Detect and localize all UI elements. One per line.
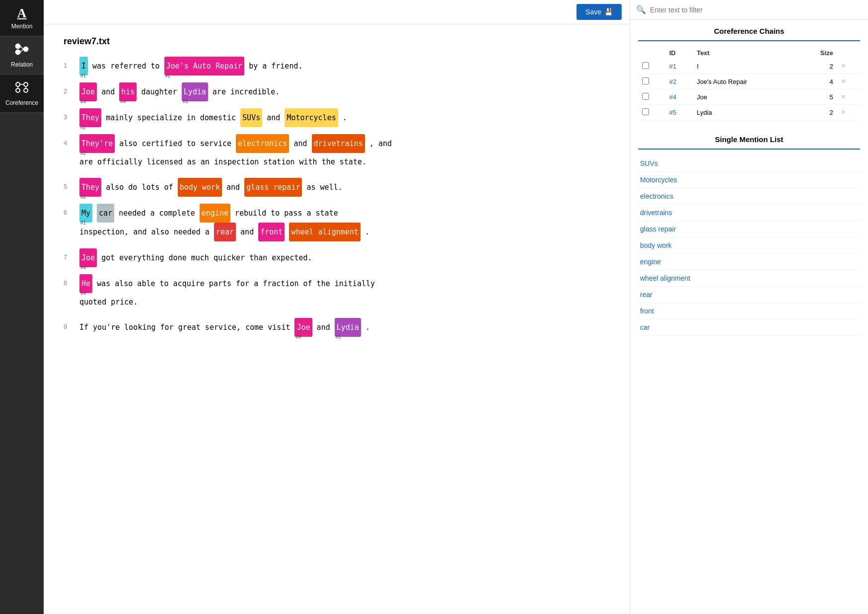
mention-electronics-4[interactable]: electronics: [236, 134, 289, 153]
sent-num-8: 8: [64, 276, 79, 291]
list-item[interactable]: SUVs: [638, 155, 860, 172]
delete-button[interactable]: ×: [841, 62, 846, 71]
sentence-1: 1 I#1 was referred to Joe's Auto Repair#…: [64, 57, 610, 76]
text-node: .: [343, 113, 347, 122]
mention-joe-7[interactable]: Joe#4: [79, 248, 97, 267]
sent-num-9: 9: [64, 320, 79, 334]
delete-button[interactable]: ×: [841, 108, 846, 117]
mention-joes-1[interactable]: Joe's Auto Repair#2: [164, 57, 245, 76]
mention-wheelalign-6[interactable]: wheel alignment: [289, 223, 360, 241]
mention-list: SUVsMotorcycleselectronicsdrivetrainsgla…: [638, 155, 860, 336]
mention-rear-6[interactable]: rear: [214, 223, 236, 241]
list-item[interactable]: car: [638, 319, 860, 336]
text-node: by a friend.: [249, 62, 302, 71]
sidebar-item-coreference[interactable]: Coreference: [0, 75, 44, 113]
mention-lydia-2[interactable]: Lydia#5: [182, 82, 208, 101]
row-checkbox[interactable]: [638, 89, 665, 105]
text-node: and: [101, 87, 119, 96]
mention-suvs-3[interactable]: SUVs: [240, 108, 262, 127]
row-text: I: [693, 59, 799, 74]
delete-button[interactable]: ×: [841, 92, 846, 101]
svg-point-5: [16, 82, 20, 86]
col-id: ID: [665, 47, 693, 59]
save-button[interactable]: Save 💾: [577, 4, 622, 20]
sent-text-8: He#4 was also able to acquire parts for …: [79, 274, 610, 311]
mention-my-6[interactable]: My#1: [79, 204, 92, 223]
list-item[interactable]: wheel alignment: [638, 270, 860, 287]
row-size: 2: [799, 105, 837, 120]
mention-motorcycles-3[interactable]: Motorcycles: [285, 108, 338, 127]
text-node: and: [226, 183, 244, 192]
sent-text-1: I#1 was referred to Joe's Auto Repair#2 …: [79, 57, 610, 76]
list-item[interactable]: glass repair: [638, 221, 860, 237]
list-item[interactable]: front: [638, 303, 860, 319]
mention-they-5[interactable]: They#2: [79, 178, 101, 197]
col-size: Size: [799, 47, 837, 59]
mention-joe-9[interactable]: Joe#4: [294, 318, 312, 337]
row-id[interactable]: #5: [665, 105, 693, 120]
text-node: and: [267, 113, 285, 122]
list-item[interactable]: body work: [638, 237, 860, 254]
row-checkbox[interactable]: [638, 74, 665, 89]
svg-point-0: [15, 44, 20, 49]
row-id[interactable]: #4: [665, 89, 693, 105]
sentence-8: 8 He#4 was also able to acquire parts fo…: [64, 274, 610, 311]
filter-input[interactable]: [650, 6, 862, 14]
mention-lydia-9[interactable]: Lydia#5: [335, 318, 361, 337]
sent-num-7: 7: [64, 250, 79, 265]
list-item[interactable]: engine: [638, 254, 860, 270]
coref-title: Coreference Chains: [638, 20, 860, 40]
row-id[interactable]: #1: [665, 59, 693, 74]
save-icon: 💾: [604, 8, 613, 16]
list-item[interactable]: Motorcycles: [638, 172, 860, 188]
delete-button[interactable]: ×: [841, 77, 846, 86]
table-row: #2 Joe's Auto Repair 4 ×: [638, 74, 860, 89]
row-delete[interactable]: ×: [837, 59, 860, 74]
row-size: 4: [799, 74, 837, 89]
mention-he-8[interactable]: He#4: [79, 274, 92, 293]
row-delete[interactable]: ×: [837, 105, 860, 120]
mention-car-6[interactable]: car: [97, 204, 114, 223]
text-node: daughter: [141, 87, 181, 96]
mention-theyre-4[interactable]: They're#2: [79, 134, 115, 153]
sent-num-2: 2: [64, 84, 79, 99]
row-delete[interactable]: ×: [837, 74, 860, 89]
svg-line-3: [20, 46, 23, 49]
row-checkbox[interactable]: [638, 105, 665, 120]
row-id[interactable]: #2: [665, 74, 693, 89]
svg-point-6: [24, 82, 28, 86]
sidebar-item-label: Mention: [11, 23, 33, 30]
list-item[interactable]: drivetrains: [638, 205, 860, 221]
mention-front-6[interactable]: front: [258, 223, 285, 241]
sidebar-item-label: Relation: [11, 61, 33, 68]
text-node: was also able to acquire parts for a fra…: [79, 279, 375, 307]
mention-drivetrains-4[interactable]: drivetrains: [312, 134, 365, 153]
mention-bodywork-5[interactable]: body work: [178, 178, 222, 197]
text-node: .: [365, 228, 369, 236]
list-item[interactable]: rear: [638, 287, 860, 303]
sidebar-item-mention[interactable]: A Mention: [0, 0, 44, 36]
sent-text-9: If you're looking for great service, com…: [79, 318, 610, 337]
main-area: Save 💾 review7.txt 1 I#1 was referred to…: [44, 0, 630, 614]
mention-his-2[interactable]: his#4: [119, 82, 137, 101]
text-node: If you're looking for great service, com…: [79, 323, 294, 332]
sentence-4: 4 They're#2 also certified to service el…: [64, 134, 610, 171]
mention-they-3[interactable]: They#2: [79, 108, 101, 127]
sidebar-item-relation[interactable]: Relation: [0, 36, 44, 75]
relation-icon: [14, 42, 30, 59]
coref-section: Coreference Chains ID Text Size #1 I 2 ×: [630, 20, 868, 128]
text-node: was referred to: [92, 62, 164, 71]
text-node: are incredible.: [213, 87, 280, 96]
mention-I-1[interactable]: I#1: [79, 57, 88, 76]
row-checkbox[interactable]: [638, 59, 665, 74]
mention-icon: A: [17, 6, 27, 21]
col-checkbox: [638, 47, 665, 59]
mention-glassrepair-5[interactable]: glass repair: [244, 178, 302, 197]
svg-point-7: [16, 88, 20, 92]
list-item[interactable]: electronics: [638, 188, 860, 205]
row-delete[interactable]: ×: [837, 89, 860, 105]
sidebar-item-label: Coreference: [5, 99, 38, 106]
sentence-2: 2 Joe#4 and his#4 daughter Lydia#5 are i…: [64, 82, 610, 101]
mention-joe-2[interactable]: Joe#4: [79, 82, 97, 101]
mention-engine-6[interactable]: engine: [200, 204, 230, 223]
